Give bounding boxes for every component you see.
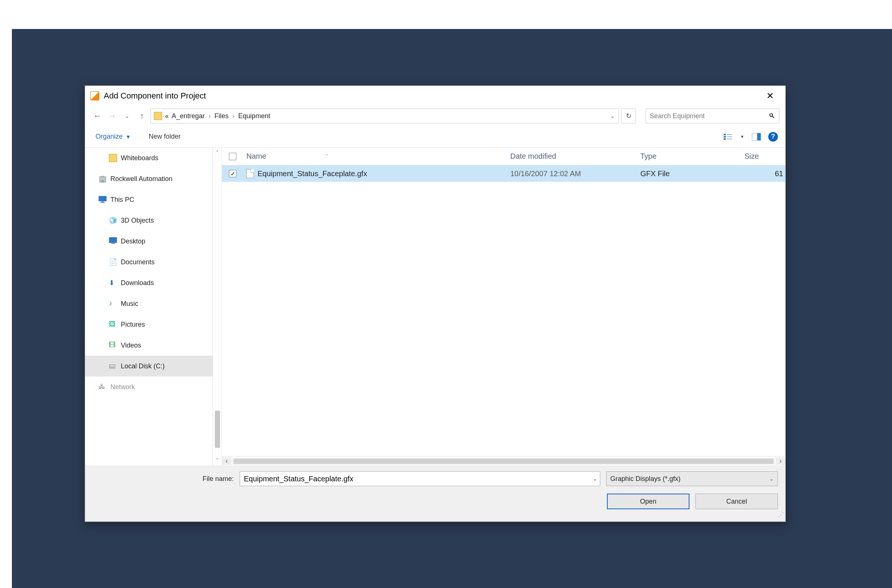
- sidebar-item-music[interactable]: ♪ Music: [85, 293, 213, 314]
- file-date: 10/16/2007 12:02 AM: [510, 170, 640, 178]
- sidebar-item-label: Desktop: [121, 237, 145, 245]
- svg-rect-4: [727, 136, 732, 137]
- file-checkbox[interactable]: ✓: [229, 170, 236, 177]
- videos-icon: 🎞: [109, 341, 117, 350]
- sidebar-item-documents[interactable]: 📄 Documents: [85, 252, 213, 273]
- scroll-right-icon[interactable]: ›: [776, 457, 786, 465]
- breadcrumb-part[interactable]: Equipment: [238, 112, 270, 120]
- chevron-down-icon: ⌄: [769, 476, 774, 482]
- breadcrumb-bar[interactable]: « A_entregar › Files › Equipment ⌄: [150, 108, 619, 123]
- sidebar-item-label: Videos: [121, 342, 141, 350]
- filename-label: File name:: [93, 475, 234, 483]
- breadcrumb-part[interactable]: Files: [214, 112, 229, 120]
- scrollbar-track[interactable]: [232, 458, 775, 465]
- help-icon[interactable]: ?: [768, 132, 778, 142]
- column-date[interactable]: Date modified: [510, 152, 640, 160]
- chevron-down-icon[interactable]: ▼: [740, 134, 744, 140]
- sidebar-item-whiteboards[interactable]: Whiteboards: [85, 147, 213, 168]
- chevron-right-icon[interactable]: ›: [205, 112, 214, 120]
- scrollbar-thumb[interactable]: [215, 411, 220, 448]
- nav-scrollbar[interactable]: ˄ ˅: [213, 147, 222, 466]
- folder-icon: [154, 112, 162, 120]
- desktop-icon: [109, 237, 117, 245]
- nav-forward-button[interactable]: →: [106, 111, 118, 121]
- window-title: Add Component into Project: [104, 91, 760, 101]
- sidebar-item-desktop[interactable]: Desktop: [85, 231, 213, 252]
- column-size[interactable]: Size: [744, 152, 786, 160]
- sidebar-item-thispc[interactable]: This PC: [85, 189, 213, 210]
- search-placeholder: Search Equipment: [650, 112, 705, 120]
- sidebar-item-localdisk[interactable]: 🖴 Local Disk (C:): [85, 356, 213, 376]
- sidebar-item-downloads[interactable]: ⬇ Downloads: [85, 273, 213, 293]
- download-icon: ⬇: [109, 279, 117, 287]
- sidebar-item-pictures[interactable]: 🖼 Pictures: [85, 314, 213, 335]
- horizontal-scrollbar[interactable]: ‹ ›: [222, 456, 786, 466]
- sidebar-item-label: Rockwell Automation: [110, 175, 172, 183]
- sidebar-item-label: Network: [110, 383, 135, 391]
- dialog-footer: File name: ⌄ Graphic Displays (*.gfx) ⌄ …: [85, 466, 786, 522]
- chevron-right-icon[interactable]: ›: [229, 112, 238, 120]
- breadcrumb-history-dropdown[interactable]: ⌄: [610, 113, 615, 119]
- svg-rect-1: [724, 136, 726, 138]
- titlebar: Add Component into Project ✕: [85, 86, 786, 106]
- 3d-objects-icon: 🧊: [109, 216, 117, 225]
- svg-rect-2: [724, 138, 726, 140]
- sort-ascending-icon: ˄: [325, 153, 328, 159]
- breadcrumb-part[interactable]: A_entregar: [172, 112, 205, 120]
- open-button[interactable]: Open: [607, 494, 690, 509]
- svg-rect-5: [727, 139, 732, 140]
- building-icon: 🏢: [99, 175, 106, 183]
- file-size: 61: [744, 170, 786, 178]
- chevron-up-icon[interactable]: ˄: [216, 147, 219, 158]
- recent-locations-dropdown[interactable]: ⌄: [121, 113, 133, 119]
- sidebar-item-network[interactable]: 🖧 Network: [85, 376, 213, 398]
- column-headers: Name ˄ Date modified Type Size: [222, 147, 786, 165]
- sidebar-item-label: This PC: [110, 196, 134, 204]
- preview-pane-icon[interactable]: [751, 132, 762, 141]
- drive-icon: 🖴: [109, 362, 117, 370]
- close-button[interactable]: ✕: [760, 87, 780, 105]
- sidebar-item-videos[interactable]: 🎞 Videos: [85, 335, 213, 356]
- svg-rect-7: [757, 133, 761, 141]
- navigation-pane: Whiteboards 🏢 Rockwell Automation This P…: [85, 147, 222, 466]
- file-list-pane: Name ˄ Date modified Type Size ✓ Equipme…: [222, 147, 786, 466]
- breadcrumb-prefix: «: [165, 112, 169, 120]
- music-icon: ♪: [109, 300, 117, 308]
- svg-rect-3: [727, 134, 732, 135]
- nav-back-button[interactable]: ←: [91, 111, 104, 121]
- sidebar-item-label: Downloads: [121, 279, 154, 287]
- scroll-left-icon[interactable]: ‹: [222, 457, 232, 465]
- toolbar: Organize ▼ New folder ▼ ?: [85, 126, 786, 147]
- cancel-button[interactable]: Cancel: [696, 494, 778, 509]
- file-open-dialog: Add Component into Project ✕ ← → ⌄ ↑ « A…: [85, 86, 786, 522]
- view-list-icon[interactable]: [723, 132, 733, 141]
- nav-up-button[interactable]: ↑: [136, 111, 148, 121]
- network-icon: 🖧: [99, 383, 106, 391]
- file-type-filter[interactable]: Graphic Displays (*.gfx) ⌄: [606, 471, 778, 486]
- filter-label: Graphic Displays (*.gfx): [610, 475, 681, 483]
- scrollbar-thumb[interactable]: [234, 459, 774, 464]
- refresh-button[interactable]: ↻: [621, 108, 636, 123]
- new-folder-button[interactable]: New folder: [148, 133, 181, 141]
- pictures-icon: 🖼: [109, 320, 117, 328]
- svg-rect-0: [724, 134, 726, 135]
- column-name[interactable]: Name ˄: [243, 152, 510, 160]
- svg-rect-8: [99, 196, 106, 201]
- file-icon: [246, 169, 254, 178]
- chevron-down-icon[interactable]: ˅: [216, 455, 219, 466]
- column-name-label: Name: [246, 152, 266, 160]
- sidebar-item-label: Pictures: [121, 321, 145, 328]
- search-box[interactable]: Search Equipment 🔍︎: [646, 108, 780, 123]
- file-row[interactable]: ✓ Equipment_Status_Faceplate.gfx 10/16/2…: [222, 165, 786, 182]
- select-all-checkbox[interactable]: [229, 153, 236, 160]
- search-icon[interactable]: 🔍︎: [769, 112, 775, 120]
- column-type[interactable]: Type: [640, 152, 744, 160]
- filename-input[interactable]: [240, 471, 600, 486]
- sidebar-item-rockwell[interactable]: 🏢 Rockwell Automation: [85, 168, 213, 189]
- chevron-down-icon[interactable]: ▼: [126, 134, 131, 140]
- resize-grip[interactable]: ⋰: [777, 513, 784, 520]
- sidebar-item-3dobjects[interactable]: 🧊 3D Objects: [85, 210, 213, 231]
- organize-menu[interactable]: Organize: [96, 133, 123, 141]
- filename-history-dropdown[interactable]: ⌄: [593, 476, 597, 482]
- sidebar-item-label: Music: [121, 300, 138, 308]
